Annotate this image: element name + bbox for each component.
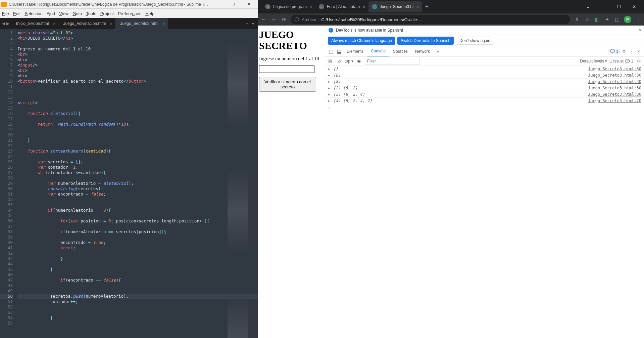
profile-avatar[interactable]: P [624,16,631,23]
console-row[interactable]: ▸(4) [8, 2, 4, 7]Juego_Secreto3.html:70 [325,98,644,104]
tab-sources[interactable]: Sources [390,46,411,56]
filter-input[interactable] [365,58,420,65]
info-icon[interactable]: ⓘ [295,16,299,23]
menu-goto[interactable]: Goto [72,11,82,16]
extension-icon[interactable]: ◧ [594,16,600,23]
console-row[interactable]: ▸[8]Juego_Secreto3.html:30 [325,72,644,79]
tab-console[interactable]: Console [367,46,389,56]
console-row[interactable]: ▸[]Juego_Secreto3.html:30 [325,66,644,72]
chrome-tabstrip: a Lógica de program × a Foro | Alura Lat… [258,0,644,13]
menu-project[interactable]: Project [100,11,114,16]
favicon-icon: a [319,4,324,9]
tab-label: Inicio_Sesion.html [16,21,49,26]
verify-button[interactable]: Verificar si acerto con el secreto [259,77,316,92]
messages-badge[interactable]: 💬 1 [608,49,620,54]
levels-selector[interactable]: Default levels ▾ [580,59,607,64]
close-icon[interactable]: × [639,28,641,33]
menu-preferences[interactable]: Preferences [118,11,141,16]
tab-label: Juego_Adivinacion.html [63,21,106,26]
tab-close-icon[interactable]: × [309,4,312,9]
new-tab-icon[interactable]: ＋ [245,20,249,27]
switch-spanish-button[interactable]: Switch DevTools to Spanish [397,37,454,45]
back-icon[interactable]: ← [260,16,267,23]
tab-close-icon[interactable]: × [162,21,165,26]
devtools-panel: i DevTools is now available in Spanish! … [325,26,644,338]
addr-url: C:/Users/Isabel%20Rodriguez/Documents/Or… [321,17,420,22]
browser-tab-juego[interactable]: 🌐 Juego_Secreto3.ht × [368,1,422,12]
reload-icon[interactable]: ⟳ [281,16,287,23]
chevron-down-icon[interactable]: ⌄ [580,1,596,12]
menu-selection[interactable]: Selection [24,11,42,16]
sublime-tabstrip: ◀ ▶ Inicio_Sesion.html × Juego_Adivinaci… [0,18,258,29]
sublime-titlebar: C:\Users\Isabel Rodriguez\Documents\Orac… [0,0,258,9]
browser-tab-logica[interactable]: a Lógica de program × [262,1,315,12]
kebab-menu-icon[interactable]: ⋮ [635,16,641,23]
share-icon[interactable]: ⇪ [574,16,580,23]
browser-tab-foro[interactable]: a Foro | Alura Latam × [315,1,368,12]
close-icon[interactable]: ✕ [627,1,642,12]
minimap[interactable] [224,29,258,338]
match-language-button[interactable]: Always match Chrome's language [328,37,395,45]
chrome-window: a Lógica de program × a Foro | Alura Lat… [258,0,644,338]
eye-icon[interactable]: ◉ [356,58,362,64]
tab-label: Lógica de program [273,4,307,9]
tab-close-icon[interactable]: × [416,4,419,9]
close-icon[interactable]: ✕ [241,0,256,9]
chrome-toolbar: ← → ⟳ ⓘ Archivo | C:/Users/Isabel%20Rodr… [258,13,644,26]
tab-elements[interactable]: Elements [343,46,367,56]
console-row[interactable]: ▸(3) [8, 2, 4]Juego_Secreto3.html:30 [325,91,644,98]
settings-icon[interactable]: ⚙ [621,49,627,54]
minimize-icon[interactable]: — [596,1,611,12]
sublime-title: C:\Users\Isabel Rodriguez\Documents\Orac… [9,2,210,7]
menu-help[interactable]: Help [145,11,154,16]
tab-close-icon[interactable]: × [53,21,56,26]
dont-show-button[interactable]: Don't show again [456,37,494,45]
context-selector[interactable]: top ▾ [345,59,353,64]
console-settings-icon[interactable]: ⚙ [636,58,642,64]
console-row[interactable]: ▸(2) [8, 2]Juego_Secreto3.html:30 [325,85,644,91]
menu-find[interactable]: Find [47,11,55,16]
close-devtools-icon[interactable]: × [635,49,642,54]
menu-tools[interactable]: Tools [86,11,96,16]
minimize-icon[interactable]: — [210,0,226,9]
maximize-icon[interactable]: ☐ [226,0,241,9]
console-output[interactable]: ▸[]Juego_Secreto3.html:30▸[8]Juego_Secre… [325,66,644,338]
tab-network[interactable]: Network [412,46,433,56]
new-tab-button[interactable]: + [422,1,432,12]
tab-juego-secreto3[interactable]: Juego_Secreto3.html × [115,18,168,29]
tab-inicio-sesion[interactable]: Inicio_Sesion.html × [11,18,58,29]
tab-close-icon[interactable]: × [110,21,113,26]
page-prompt: Ingrese un numero del 1 al 10 [259,56,323,61]
menu-edit[interactable]: Edit [13,11,20,16]
devtools-tabs: ⬚ ⬓ Elements Console Sources Network » 💬… [325,46,644,56]
kebab-icon[interactable]: ⋮ [628,49,635,54]
menu-view[interactable]: View [59,11,68,16]
star-icon[interactable]: ☆ [584,16,590,23]
clear-console-icon[interactable]: ⊘ [336,58,342,64]
device-icon[interactable]: ⬓ [335,49,343,54]
editor-area[interactable]: 1234567891011121314151617181920212223242… [0,29,258,338]
info-text: DevTools is now available in Spanish! [336,28,403,33]
sublime-app-icon [1,2,7,7]
puzzle-icon[interactable]: ✦ [604,16,610,23]
menu-file[interactable]: FFileile [2,11,9,16]
address-bar[interactable]: ⓘ Archivo | C:/Users/Isabel%20Rodriguez/… [291,15,570,24]
tab-prev-icon[interactable]: ◀ [2,21,5,26]
console-row[interactable]: ▸[8]Juego_Secreto3.html:30 [325,79,644,85]
favicon-icon: a [265,4,270,9]
forward-icon[interactable]: → [270,16,277,23]
maximize-icon[interactable]: ☐ [611,1,627,12]
more-tabs-icon[interactable]: » [434,49,441,54]
console-prompt[interactable]: › [325,104,644,112]
inspect-icon[interactable]: ⬚ [327,49,335,54]
sidebar-toggle-icon[interactable]: ▤ [327,58,333,64]
number-input[interactable] [259,66,314,73]
sublime-window: C:\Users\Isabel Rodriguez\Documents\Orac… [0,0,258,338]
issues-indicator[interactable]: 1 Issue: 💬 1 [610,59,633,64]
tab-juego-adivinacion[interactable]: Juego_Adivinacion.html × [58,18,115,29]
tab-close-icon[interactable]: × [362,4,365,9]
sidepanel-icon[interactable]: ◫ [614,16,621,23]
code-content[interactable]: <meta charset="utf-8"><h1>JUEGO SECRETO<… [16,29,258,338]
tab-overflow-icon[interactable]: ▾ [252,21,254,26]
tab-next-icon[interactable]: ▶ [6,21,9,26]
